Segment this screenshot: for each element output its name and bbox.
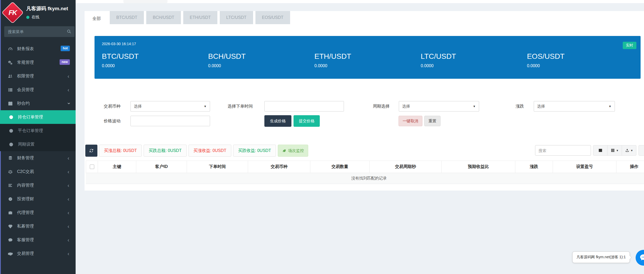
stat-button-买涨收益[interactable]: 买涨收益: 0USDT <box>189 145 231 157</box>
column-header-交易数量: 交易数量 <box>310 161 370 173</box>
briefcase-icon <box>8 210 14 215</box>
column-header-预期收益比: 预期收益比 <box>442 161 515 173</box>
column-header-下单时间: 下单时间 <box>187 161 248 173</box>
sidebar-item-label: 投资理财 <box>17 196 34 202</box>
sidebar-item-私募管理[interactable]: 私募管理‹ <box>0 219 76 233</box>
columns-button[interactable]: ▼ <box>608 145 622 156</box>
chevron-left-icon: ‹ <box>67 155 69 161</box>
order-time-input[interactable] <box>265 101 344 111</box>
stat-button-买涨总额[interactable]: 买涨总额: 0USDT <box>99 145 142 157</box>
pair-price: 0.0000 <box>315 64 421 68</box>
chevron-left-icon: ‹ <box>67 183 69 188</box>
chevron-left-icon: ‹ <box>67 196 69 202</box>
sidebar-item-label: 常规管理 <box>17 60 34 65</box>
tab-LTC/USDT[interactable]: LTC/USDT <box>220 11 253 24</box>
column-header-交易币种: 交易币种 <box>248 161 310 173</box>
pair-price: 0.0000 <box>208 64 315 68</box>
toggle-view-button[interactable] <box>593 145 608 156</box>
column-header-操作: 操作 <box>616 161 644 173</box>
comment-icon <box>8 238 14 243</box>
gears-icon <box>8 60 14 65</box>
generate-price-button[interactable]: 生成价格 <box>264 115 291 127</box>
select-all-checkbox[interactable] <box>90 165 94 169</box>
table-search-input[interactable] <box>535 145 591 156</box>
brand-logo-text: FK <box>9 8 17 17</box>
sidebar-item-平仓订单管理[interactable]: 平仓订单管理 <box>0 124 76 138</box>
sidebar-item-代理管理[interactable]: 代理管理‹ <box>0 206 76 219</box>
sidebar-item-label: 内容管理 <box>17 183 34 188</box>
stat-button-买跌收益[interactable]: 买跌收益: 0USDT <box>233 145 276 157</box>
sidebar-item-label: 客服管理 <box>17 237 34 243</box>
refresh-button[interactable] <box>85 145 97 157</box>
sidebar-item-label: 权限管理 <box>17 73 34 79</box>
sidebar-item-秒合约[interactable]: 秒合约‹ <box>0 97 76 110</box>
menu-search <box>4 26 75 37</box>
tab-ETH/USDT[interactable]: ETH/USDT <box>183 11 217 24</box>
pair-name: BTC/USDT <box>102 52 208 61</box>
sidebar-item-label: 平仓订单管理 <box>18 128 43 134</box>
detail-view-icon <box>598 148 603 152</box>
sidebar-item-财务报表[interactable]: 财务报表hot <box>0 42 76 56</box>
menu-search-input[interactable] <box>4 26 75 37</box>
stat-button-买跌总额[interactable]: 买跌总额: 0USDT <box>144 145 186 157</box>
trend-filter-select[interactable]: 选择 ▼ <box>534 101 615 112</box>
sidebar-item-会员管理[interactable]: 会员管理‹ <box>0 83 76 97</box>
th-list-icon <box>8 87 14 92</box>
coin-filter-value: 选择 <box>134 104 142 109</box>
table-refresh-button[interactable] <box>638 145 644 156</box>
sidebar-item-C2C交易[interactable]: C2C交易‹ <box>0 165 76 178</box>
sidebar-item-内容管理[interactable]: 内容管理‹ <box>0 178 76 192</box>
tab-全部[interactable]: 全部 <box>86 11 107 26</box>
period-filter-select[interactable]: 选择 ▼ <box>399 101 479 112</box>
export-button[interactable]: ▼ <box>622 145 636 156</box>
trend-filter-value: 选择 <box>537 104 545 109</box>
sidebar-item-财务管理[interactable]: 财务管理‹ <box>0 151 76 165</box>
coin-filter-select[interactable]: 选择 ▼ <box>130 101 210 112</box>
sidebar-item-label: 财务管理 <box>17 155 34 161</box>
sidebar-item-常规管理[interactable]: 常规管理new <box>0 56 76 69</box>
chat-launcher-button[interactable] <box>636 250 644 266</box>
sidebar-item-交易管理[interactable]: 交易管理‹ <box>0 247 76 260</box>
chevron-down-icon: ‹ <box>66 103 71 104</box>
price-wave-input[interactable] <box>131 116 210 126</box>
top-strip <box>76 0 644 3</box>
export-icon <box>625 148 629 152</box>
sidebar-item-周期设置[interactable]: 周期设置 <box>0 138 76 151</box>
sidebar-item-label: 私募管理 <box>17 224 34 229</box>
circle-icon <box>9 142 14 147</box>
online-status: 在线 <box>26 15 68 20</box>
orders-table: 主键客户ID下单时间交易币种交易数量交易周期秒预期收益比涨跌设置盈亏操作 没有找… <box>86 161 644 184</box>
submit-price-button[interactable]: 提交价格 <box>294 115 320 127</box>
select-all-header-cell <box>86 161 98 173</box>
sidebar-item-投资理财[interactable]: 投资理财‹ <box>0 192 76 206</box>
search-icon <box>67 29 71 34</box>
table-header-row: 主键客户ID下单时间交易币种交易数量交易周期秒预期收益比涨跌设置盈亏操作 <box>86 161 644 173</box>
sidebar-item-客服管理[interactable]: 客服管理‹ <box>0 233 76 247</box>
sidebar-item-持仓订单管理[interactable]: 持仓订单管理 <box>0 110 76 124</box>
reset-button[interactable]: 重置 <box>424 116 441 126</box>
pair-price: 0.0000 <box>421 64 527 68</box>
caret-down-icon: ▼ <box>616 149 619 152</box>
sidebar-item-label: 交易管理 <box>17 251 34 256</box>
brand: FK 凡客源码 fkym.net 在线 <box>5 4 68 20</box>
chevron-left-icon: ‹ <box>67 251 69 256</box>
new-badge: new <box>60 59 70 65</box>
ticker-pairs: BTC/USDT0.0000BCH/USDT0.0000ETH/USDT0.00… <box>102 52 633 68</box>
session-monitor-label: 场次监控 <box>288 148 304 153</box>
top-notch <box>123 0 167 3</box>
compass-icon <box>8 197 14 202</box>
table-empty-state: 没有找到匹配的记录 <box>86 173 644 184</box>
cancel-all-button[interactable]: 一键取消 <box>399 116 422 126</box>
sidebar-item-权限管理[interactable]: 权限管理‹ <box>0 69 76 83</box>
ticker-timestamp: 2026-03-30 16:14:17 <box>102 42 633 46</box>
tab-BTC/USDT[interactable]: BTC/USDT <box>110 11 144 24</box>
price-ticker-panel: 2026-03-30 16:14:17 实时 BTC/USDT0.0000BCH… <box>95 36 641 79</box>
sidebar-item-label: C2C交易 <box>17 169 34 175</box>
caret-down-icon: ▼ <box>204 105 207 108</box>
ticker-pair-BCH/USDT: BCH/USDT0.0000 <box>208 52 315 68</box>
tab-EOS/USDT[interactable]: EOS/USDT <box>255 11 290 24</box>
session-monitor-button[interactable]: 场次监控 <box>278 145 308 157</box>
chevron-left-icon: ‹ <box>67 169 69 174</box>
sidebar-item-label: 持仓订单管理 <box>18 114 43 120</box>
tab-BCH/USDT[interactable]: BCH/USDT <box>146 11 181 24</box>
